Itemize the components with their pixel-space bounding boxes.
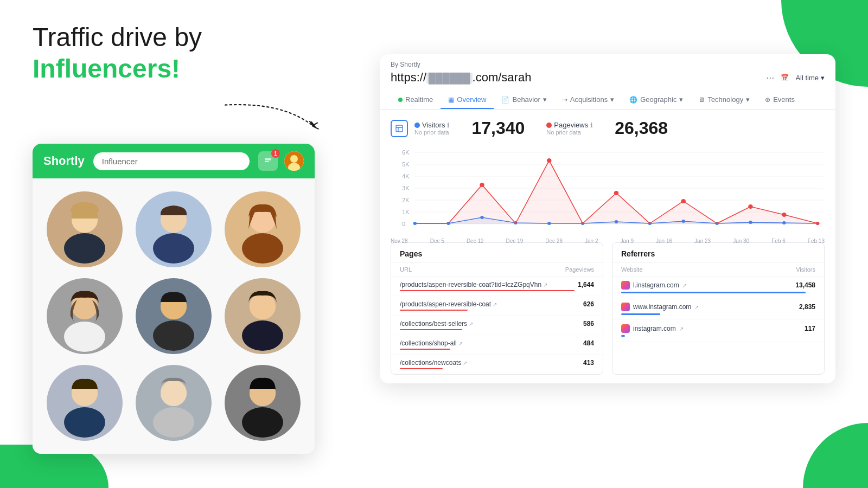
pages-title: Pages (391, 243, 603, 263)
url-column-header: URL (400, 266, 412, 273)
visitors-metric: Visitors ℹ No prior data (391, 120, 450, 137)
external-link-icon: ↗ (682, 282, 687, 288)
external-link-icon: ↗ (543, 282, 547, 288)
chevron-down-icon-technology: ▾ (746, 95, 750, 104)
nav-events[interactable]: ⊕ Events (757, 91, 802, 109)
analytics-body: Visitors ℹ No prior data 17,340 Pageview… (380, 110, 835, 383)
chevron-down-icon-behavior: ▾ (543, 95, 547, 104)
bottom-panels: Pages URL Pageviews /products/aspen-reve… (391, 242, 825, 375)
svg-point-13 (153, 233, 194, 264)
influencer-avatar-7[interactable] (47, 365, 123, 441)
pageviews-column-header: Pageviews (565, 266, 594, 273)
referrers-title: Referrers (612, 243, 824, 263)
influencer-avatar-3[interactable] (225, 191, 301, 267)
svg-point-21 (64, 322, 105, 352)
influencer-avatar-5[interactable] (136, 278, 212, 354)
svg-point-79 (816, 222, 819, 225)
visitors-icon (391, 120, 408, 137)
analytics-url-bar: https://██████.com/sarah ··· 📅 All time … (391, 70, 825, 85)
user-avatar[interactable] (284, 151, 304, 171)
pages-bar-2 (400, 310, 468, 311)
external-link-icon: ↗ (493, 301, 497, 307)
svg-text:1K: 1K (402, 209, 409, 215)
svg-point-17 (242, 233, 283, 264)
influencer-avatar-6[interactable] (225, 278, 301, 354)
svg-text:5K: 5K (402, 162, 409, 168)
svg-point-38 (161, 380, 187, 406)
svg-point-76 (681, 199, 686, 203)
svg-point-77 (748, 204, 753, 209)
external-link-icon: ↗ (463, 360, 467, 366)
analytics-chart: 6K 5K 4K 3K 2K 1K 0 (391, 147, 825, 234)
page-headline: Traffic drive by Influencers! (33, 22, 347, 84)
analytics-panel: By Shortly https://██████.com/sarah ··· … (380, 54, 835, 383)
svg-point-75 (614, 191, 619, 195)
nav-technology[interactable]: 🖥 Technology ▾ (691, 91, 757, 109)
referrers-panel: Referrers Website Visitors l.instagram.c… (612, 242, 825, 375)
referrer-bar-2 (621, 313, 660, 315)
analytics-header: By Shortly https://██████.com/sarah ··· … (380, 54, 835, 110)
pages-row-3: /collections/best-sellers ↗ 586 (391, 316, 603, 335)
shortly-header: Shortly 1 (33, 144, 315, 178)
svg-point-74 (547, 158, 552, 163)
analytics-url-actions: ··· 📅 All time ▾ (766, 72, 825, 84)
visitors-dot (414, 123, 420, 128)
calendar-icon: 📅 (781, 74, 789, 81)
svg-point-29 (242, 320, 283, 351)
pages-row-4: /collections/shop-all ↗ 484 (391, 335, 603, 355)
pages-row-1: /products/aspen-reversible-coat?tid=IczZ… (391, 277, 603, 296)
more-options-button[interactable]: ··· (766, 72, 774, 84)
chart-icon: ▦ (448, 96, 454, 104)
external-link-icon: ↗ (458, 341, 463, 346)
influencer-avatar-8[interactable] (136, 365, 212, 441)
influencer-avatar-2[interactable] (136, 191, 212, 267)
notification-button[interactable]: 1 (258, 151, 278, 171)
nav-behavior[interactable]: 📄 Behavior ▾ (494, 91, 554, 109)
pages-bar-4 (400, 349, 450, 350)
referrers-row-3: instagram.com ↗ 117 (612, 320, 824, 342)
realtime-indicator (398, 98, 403, 102)
influencer-avatar-4[interactable] (47, 278, 123, 354)
svg-point-30 (250, 293, 276, 319)
pages-row-2: /products/aspen-reversible-coat ↗ 626 (391, 296, 603, 316)
pageviews-metric: Pageviews ℹ No prior data (546, 121, 593, 136)
analytics-url-text: https://██████.com/sarah (391, 70, 766, 85)
influencer-avatar-9[interactable] (225, 365, 301, 441)
svg-rect-43 (396, 125, 403, 132)
svg-text:2K: 2K (402, 197, 409, 203)
external-link-icon: ↗ (694, 304, 699, 310)
influencer-avatar-1[interactable] (47, 191, 123, 267)
analytics-source: By Shortly (391, 61, 825, 68)
instagram-icon-3 (621, 324, 630, 333)
svg-point-78 (782, 213, 787, 217)
referrers-row-1: l.instagram.com ↗ 13,458 (612, 277, 824, 298)
pages-bar-5 (400, 368, 443, 369)
nav-realtime[interactable]: Realtime (391, 91, 441, 109)
nav-overview[interactable]: ▦ Overview (441, 91, 494, 109)
search-input[interactable] (93, 152, 250, 170)
shortly-logo: Shortly (43, 154, 85, 168)
referrer-bar-1 (621, 292, 806, 293)
pages-panel: Pages URL Pageviews /products/aspen-reve… (391, 242, 603, 375)
website-column-header: Website (621, 266, 643, 273)
nav-acquisitions[interactable]: ⇢ Acquisitions ▾ (554, 91, 622, 109)
monitor-icon: 🖥 (698, 96, 705, 104)
analytics-nav: Realtime ▦ Overview 📄 Behavior ▾ ⇢ Acqui… (391, 91, 825, 109)
visitors-value: 17,340 (471, 118, 525, 138)
instagram-icon-1 (621, 281, 630, 290)
shortly-app-mockup: Shortly 1 (33, 144, 315, 454)
time-filter-button[interactable]: All time ▾ (795, 74, 825, 82)
pages-table-header: URL Pageviews (391, 263, 603, 277)
notification-badge: 1 (271, 149, 280, 158)
pageviews-value: 26,368 (615, 118, 668, 138)
svg-text:4K: 4K (402, 174, 409, 179)
svg-point-37 (153, 407, 194, 438)
pageviews-dot (546, 123, 552, 128)
referrer-bar-3 (621, 335, 625, 337)
page-icon: 📄 (501, 96, 509, 104)
nav-geographic[interactable]: 🌐 Geographic ▾ (622, 91, 691, 109)
chevron-down-icon: ▾ (821, 74, 825, 82)
events-icon: ⊕ (765, 96, 770, 104)
svg-point-73 (480, 183, 484, 187)
external-link-icon: ↗ (679, 326, 684, 332)
